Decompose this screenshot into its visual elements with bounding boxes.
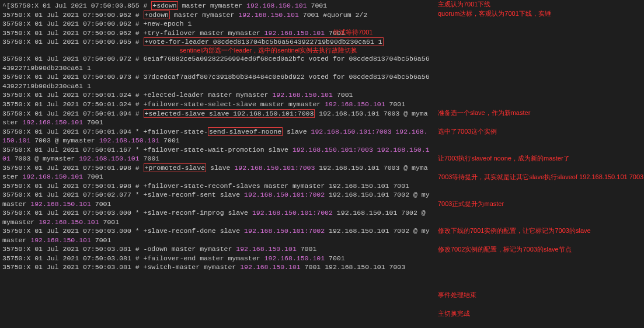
log-line: 35750:X 01 Jul 2021 07:50:01.998 # +prom… [2, 163, 430, 182]
log-prefix: 35750:X 01 Jul 2021 07:50:01.024 # [2, 91, 144, 99]
log-text: master mymaster [178, 2, 246, 9]
annotation: 主切换完成 [438, 309, 470, 318]
log-text: 7001 192.168.150.101 7003 [301, 263, 405, 271]
highlighted-token: +odown [144, 11, 170, 19]
annotation: quorum达标，客观认为7001下线，实锤 [438, 9, 551, 18]
log-prefix: 35750:X 01 Jul 2021 07:50:03.000 * [2, 227, 144, 235]
log-text: 7001 [297, 245, 317, 253]
highlighted-token: send-slaveof-noone [208, 127, 283, 136]
log-text: +failover-state-select-slave master myma… [144, 100, 325, 108]
log-text [373, 146, 377, 153]
log-text: +switch-master mymaster [144, 263, 241, 271]
log-line: 35750:X 01 Jul 2021 07:50:03.081 # +swit… [2, 263, 430, 272]
log-prefix: ^[35750:X 01 Jul 2021 07:50:00.855 # [2, 2, 151, 9]
log-text: +failover-state- [144, 128, 208, 135]
annotation: 准备选一个slave，作为新master [438, 109, 530, 117]
log-text: slave [283, 128, 311, 135]
log-text: 7003 @ mymaster [11, 155, 79, 162]
log-line: 35750:X 01 Jul 2021 07:50:01.094 # +sele… [2, 109, 430, 127]
log-text: +failover-end master mymaster [144, 254, 264, 262]
log-line: 35750:X 01 Jul 2021 07:50:03.000 * +slav… [2, 226, 430, 245]
ip-address: 192.168.150.101 [30, 200, 91, 208]
terminal-output: ^[35750:X 01 Jul 2021 07:50:00.855 # +sd… [0, 0, 432, 273]
log-prefix: 35750:X 01 Jul 2021 07:50:01.167 * [2, 146, 144, 153]
log-line: 35750:X 01 Jul 2021 07:50:00.962 # +odow… [2, 11, 430, 20]
ip-address: 192.168.150.101 [272, 91, 333, 99]
log-line: 35750:X 01 Jul 2021 07:50:01.167 * +fail… [2, 145, 430, 163]
log-line: 35750:X 01 Jul 2021 07:50:01.094 * +fail… [2, 127, 430, 145]
log-text: +elected-leader master mymaster [144, 91, 273, 99]
annotation: 让7003执行slaveof noone，成为新的master了 [438, 154, 570, 163]
annotation: 修改下线的7001实例的配置，让它标记为7003的slave [438, 226, 591, 235]
ip-address: 192.168.150.101 [23, 173, 83, 180]
log-text: 7001 [385, 100, 406, 108]
annotation: 尝试等待7001 [333, 28, 373, 37]
log-line: 35750:X 01 Jul 2021 07:50:01.024 # +fail… [2, 100, 430, 109]
ip-address: 192.168.150.101 [30, 236, 91, 244]
ip-address: 192.168.150.101:7003 [293, 146, 373, 153]
log-text: 7001 [83, 173, 103, 180]
highlighted-token: +vote-for-leader 08cded813704bc5b6a56439… [144, 37, 384, 46]
ip-address: 192.168.150.101 [79, 155, 140, 162]
highlighted-token: +sdown [151, 1, 177, 10]
log-prefix: 35750:X 01 Jul 2021 07:50:00.965 # [2, 38, 144, 46]
log-prefix: 35750:X 01 Jul 2021 07:50:00.973 # [2, 73, 144, 81]
log-line: 35750:X 01 Jul 2021 07:50:00.962 # +new-… [2, 19, 430, 29]
log-line: 35750:X 01 Jul 2021 07:50:00.973 # 37dce… [2, 72, 430, 90]
log-line: 35750:X 01 Jul 2021 07:50:03.081 # -odow… [2, 245, 430, 254]
annotation: 7003等待提升，其实就是让其它slave执行slaveof 192.168.1… [438, 173, 643, 182]
ip-address: 192.168.150.101 [236, 245, 297, 253]
log-text: 7001 [91, 200, 112, 208]
log-prefix: 35750:X 01 Jul 2021 07:50:00.972 # [2, 55, 144, 62]
log-prefix: 35750:X 01 Jul 2021 07:50:01.998 # [2, 164, 144, 172]
ip-address: 192.168.150.101 [325, 100, 385, 108]
log-text: 7001 [307, 2, 328, 9]
annotation: 7003正式提升为master [438, 200, 504, 208]
log-line: 35750:X 01 Jul 2021 07:50:00.965 # +vote… [2, 37, 430, 47]
ip-address: 192.168.150.101:7002 [252, 209, 333, 217]
log-text: +try-failover master mymaster [144, 29, 264, 37]
log-text: +failover-state-wait-promotion slave [144, 146, 293, 153]
log-text: +new-epoch 1 [144, 20, 192, 27]
log-line: 35750:X 01 Jul 2021 07:50:03.081 # +fail… [2, 254, 430, 263]
log-prefix: 35750:X 01 Jul 2021 07:50:00.962 # [2, 29, 144, 37]
ip-address: 192.168.150.101 [264, 29, 325, 37]
log-text: 7001 [99, 218, 120, 226]
annotation: 选中了7003这个实例 [438, 127, 497, 136]
ip-address: 192.168.150.101:7002 [244, 227, 325, 235]
log-text: 7001 [325, 254, 345, 262]
ip-address: 192.168.150.101 [23, 118, 83, 126]
ip-address: 192.168.150.101 [240, 263, 301, 271]
highlighted-token: +selected-slave slave 192.168.150.101:70… [144, 109, 315, 118]
log-text: master mymaster [170, 11, 238, 19]
ip-address: 192.168.150.101:7002 [244, 191, 325, 198]
log-line: 35750:X 01 Jul 2021 07:50:01.024 # +elec… [2, 90, 430, 100]
log-prefix: 35750:X 01 Jul 2021 07:50:03.000 * [2, 209, 144, 217]
log-text: +slave-reconf-inprog slave [144, 209, 252, 217]
log-line: 35750:X 01 Jul 2021 07:50:01.998 # +fail… [2, 182, 430, 191]
ip-address: 192.168.150.101:7003 [234, 164, 315, 172]
log-prefix: 35750:X 01 Jul 2021 07:50:03.081 # [2, 245, 144, 253]
log-prefix: 35750:X 01 Jul 2021 07:50:01.024 # [2, 100, 144, 108]
log-line: 35750:X 01 Jul 2021 07:50:03.000 * +slav… [2, 208, 430, 226]
log-text: 7001 [91, 236, 112, 244]
log-text: +slave-reconf-sent slave [144, 191, 245, 198]
ip-address: 192.168.150.101 [39, 218, 99, 226]
log-prefix: 35750:X 01 Jul 2021 07:50:01.094 * [2, 128, 144, 135]
log-text: 7001 [140, 155, 160, 162]
log-prefix: 35750:X 01 Jul 2021 07:50:01.094 # [2, 110, 144, 117]
log-text: 7001 [159, 137, 180, 144]
log-line: 35750:X 01 Jul 2021 07:50:00.972 # 6e1af… [2, 54, 430, 72]
ip-address: 192.168.150.101 [238, 11, 299, 19]
log-text: +slave-reconf-done slave [144, 227, 245, 235]
ip-address: 192.168.150.101 [264, 254, 325, 262]
inline-annotation: sentinel内部选一个leader，选中的sentinel实例去执行故障切换 [107, 46, 430, 55]
log-text: 7003 @ mymaster [30, 137, 99, 144]
ip-address: 192.168.150.101 [246, 2, 307, 9]
log-prefix: 35750:X 01 Jul 2021 07:50:02.077 * [2, 191, 144, 198]
annotation: 主观认为7001下线 [438, 0, 490, 9]
ip-address: 192.168.150.101 [99, 137, 160, 144]
highlighted-token: +promoted-slave [144, 163, 207, 172]
log-text: 7001 [83, 118, 103, 126]
log-text: +failover-state-reconf-slaves master mym… [144, 182, 409, 190]
